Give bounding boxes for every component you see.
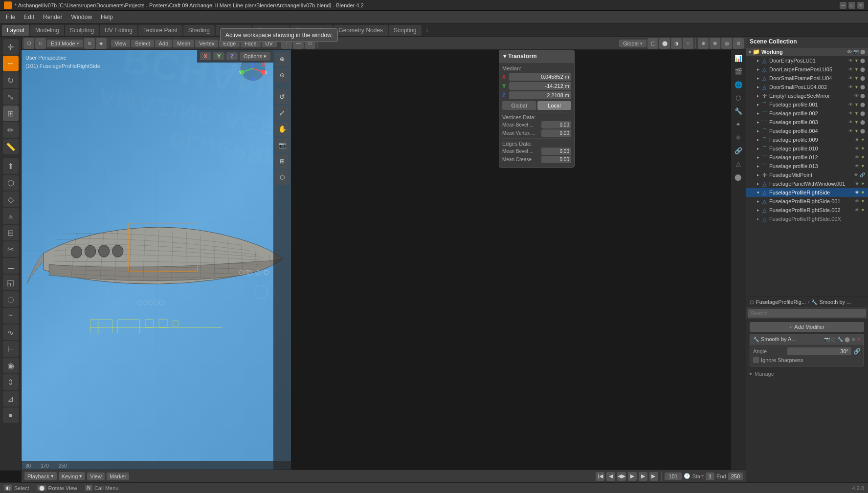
- viewport-icon-2[interactable]: □: [35, 38, 46, 49]
- menu-render[interactable]: Render: [39, 13, 66, 21]
- eye-icon[interactable]: 👁: [848, 102, 853, 107]
- modifier-props-icon[interactable]: 🔧: [732, 105, 745, 117]
- list-item[interactable]: ▸ △ FuselageProfileRightSide.00X: [746, 214, 868, 223]
- mean-bevel-v-value[interactable]: 0.00: [541, 121, 571, 129]
- list-item[interactable]: ▸ ⌒ Fuselage profile.003 👁 ▼ ⬤: [746, 118, 868, 127]
- mean-bevel-e-value[interactable]: 0.00: [541, 148, 571, 155]
- cam-icon[interactable]: ▼: [854, 76, 859, 81]
- eye-icon[interactable]: 👁: [854, 172, 858, 177]
- scene-props-icon[interactable]: 🎬: [732, 65, 745, 78]
- smooth-tool[interactable]: ~: [3, 308, 19, 323]
- list-item[interactable]: ▸ ⌒ Fuselage profile.012 👁 ▼: [746, 153, 868, 162]
- properties-search-input[interactable]: [748, 309, 866, 318]
- y-value[interactable]: -14.212 m: [509, 82, 571, 90]
- cam-icon[interactable]: ▼: [854, 58, 859, 63]
- vertex-menu[interactable]: Vertex: [195, 40, 218, 47]
- play-button[interactable]: ▶: [628, 472, 637, 481]
- poly-build-tool[interactable]: ◱: [3, 275, 19, 290]
- rotate-view-icon[interactable]: ↺: [275, 89, 289, 104]
- pivot-dropdown[interactable]: Global ▾: [619, 40, 646, 47]
- working-collection[interactable]: ▾ 📁 Working 👁 📷 ⬤: [746, 47, 868, 56]
- render-icon[interactable]: ⬤: [860, 85, 865, 89]
- transform-collapse-icon[interactable]: ▾: [503, 53, 506, 60]
- offset-edge-tool[interactable]: ⊟: [3, 225, 19, 240]
- eye-icon[interactable]: 👁: [855, 190, 859, 195]
- eye-icon[interactable]: 👁: [855, 137, 859, 142]
- camera-view-icon[interactable]: 📷: [275, 138, 289, 152]
- material-props-icon[interactable]: ⬤: [732, 171, 745, 183]
- push-pull-tool[interactable]: ⇕: [3, 374, 19, 390]
- view-dropdown[interactable]: View: [87, 472, 105, 480]
- shrink-fatten-tool[interactable]: ◉: [3, 358, 19, 373]
- add-workspace-button[interactable]: +: [423, 25, 432, 36]
- cam-icon[interactable]: ▼: [861, 146, 865, 151]
- list-item[interactable]: ▸ ⌒ Fuselage profile.002 👁 ▼ ⬤: [746, 109, 868, 118]
- measure-tool[interactable]: 📏: [3, 139, 19, 154]
- object-props-icon[interactable]: ⬡: [732, 91, 745, 104]
- cam-icon[interactable]: ▼: [861, 190, 865, 195]
- list-item[interactable]: ▸ ⌒ Fuselage profile.009 👁 ▼: [746, 135, 868, 144]
- cam-icon[interactable]: ▼: [861, 199, 865, 204]
- current-frame[interactable]: 101: [665, 472, 681, 480]
- eye-icon[interactable]: 👁: [848, 85, 853, 89]
- marker-dropdown[interactable]: Marker: [107, 472, 129, 480]
- render-icon[interactable]: ⬤: [860, 67, 865, 72]
- list-item[interactable]: ▸ ⌒ Fuselage profile.004 👁 ▼ ⬤: [746, 127, 868, 135]
- y-axis-btn[interactable]: Y: [213, 52, 224, 60]
- shading-wire-icon[interactable]: ◫: [647, 38, 658, 49]
- main-viewport[interactable]: RCHANGEL II MARS LINE Amazing Aerospace™…: [22, 50, 291, 471]
- cursor-tool[interactable]: ✛: [3, 39, 19, 55]
- render-icon[interactable]: ⬤: [860, 129, 865, 133]
- cam-icon[interactable]: ▼: [854, 102, 859, 107]
- render-icon[interactable]: ⬤: [860, 120, 865, 125]
- viewport-icon-1[interactable]: ⬡: [23, 38, 34, 49]
- working-render-icon[interactable]: ⬤: [860, 49, 865, 54]
- view-layer-icon[interactable]: 📊: [732, 52, 745, 64]
- working-eye-icon[interactable]: 👁: [847, 49, 852, 55]
- shear-tool[interactable]: ⊿: [3, 391, 19, 407]
- viewport-icon-4[interactable]: ◈: [96, 38, 107, 49]
- shading-material-icon[interactable]: ◑: [671, 38, 682, 49]
- view-menu[interactable]: View: [111, 40, 131, 47]
- render-icon[interactable]: ⬤: [860, 76, 865, 81]
- tab-geometry-nodes[interactable]: Geometry Nodes: [334, 25, 388, 36]
- eye-icon[interactable]: 👁: [848, 58, 853, 63]
- menu-edit[interactable]: Edit: [20, 13, 38, 21]
- list-item[interactable]: ▸ △ DoorLargeFramePosLU05 👁 ▼ ⬤: [746, 65, 868, 74]
- loop-cut-tool[interactable]: ⟁: [3, 208, 19, 224]
- menu-window[interactable]: Window: [67, 13, 96, 21]
- close-button[interactable]: ✕: [857, 2, 864, 9]
- play-back-button[interactable]: ◀▶: [617, 472, 626, 481]
- cam-icon[interactable]: ▼: [861, 155, 865, 160]
- mesh-menu[interactable]: Mesh: [173, 40, 194, 47]
- end-value[interactable]: 250: [728, 472, 743, 480]
- cam-icon[interactable]: ▼: [854, 67, 859, 72]
- options-btn[interactable]: Options ▾: [240, 52, 270, 61]
- select-menu[interactable]: Select: [131, 40, 154, 47]
- scale-tool[interactable]: ⤡: [3, 89, 19, 105]
- extrude-tool[interactable]: ⬆: [3, 158, 19, 174]
- list-item[interactable]: ▸ ⌒ Fuselage profile.010 👁 ▼: [746, 144, 868, 153]
- maximize-button[interactable]: □: [848, 2, 855, 9]
- add-menu[interactable]: Add: [155, 40, 173, 47]
- mod-icon-btn-4[interactable]: ⬤: [845, 337, 850, 342]
- mod-icon-btn-1[interactable]: 📷: [824, 337, 830, 342]
- cam-icon[interactable]: ▼: [861, 164, 865, 169]
- edge-slide-tool[interactable]: ⊢: [3, 341, 19, 357]
- eye-icon[interactable]: 👁: [855, 155, 859, 160]
- jump-end-button[interactable]: ▶|: [649, 472, 658, 481]
- eye-icon[interactable]: 👁: [848, 129, 853, 133]
- z-value[interactable]: 2.2108 m: [509, 91, 571, 99]
- annotate-tool[interactable]: ✏: [3, 122, 19, 138]
- ignore-sharpness-checkbox[interactable]: [753, 357, 759, 363]
- inset-tool[interactable]: ⬡: [3, 175, 19, 191]
- mean-vertex-value[interactable]: 0.00: [541, 129, 571, 137]
- cam-icon[interactable]: ▼: [861, 137, 865, 142]
- angle-value[interactable]: 30°: [787, 347, 851, 355]
- bisect-tool[interactable]: ⚊: [3, 258, 19, 274]
- list-item[interactable]: ▸ △ DoorEntryPosLU01 👁 ▼ ⬤: [746, 56, 868, 65]
- render-icon[interactable]: ⬤: [860, 111, 865, 116]
- tab-scripting[interactable]: Scripting: [389, 25, 422, 36]
- transform-tool[interactable]: ⊞: [3, 106, 19, 121]
- list-item[interactable]: ▸ ✛ EmptyFuselageSecMirror 👁 ⬤: [746, 91, 868, 100]
